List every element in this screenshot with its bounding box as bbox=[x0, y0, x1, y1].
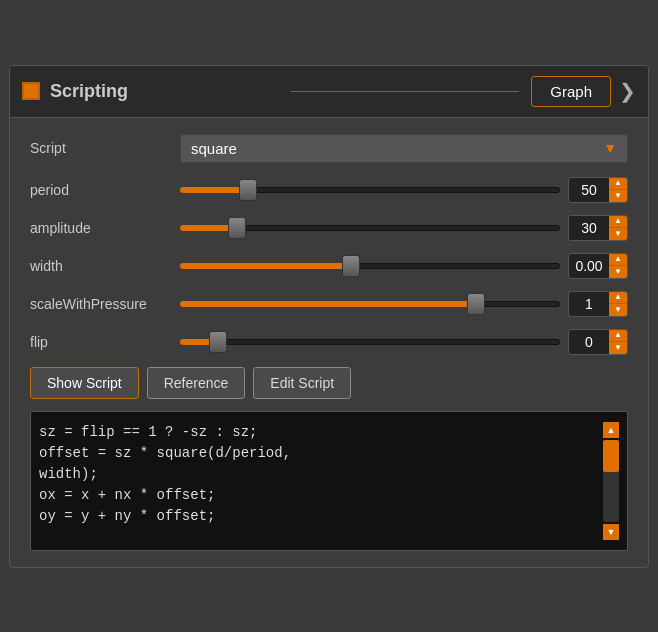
params-container: period50▲▼amplitude30▲▼width0.00▲▼scaleW… bbox=[30, 177, 628, 355]
spinner-arrows: ▲▼ bbox=[609, 178, 627, 202]
slider-thumb[interactable] bbox=[239, 179, 257, 201]
param-label-scaleWithPressure: scaleWithPressure bbox=[30, 296, 180, 312]
slider-period[interactable] bbox=[180, 178, 560, 202]
spinner-period: 50▲▼ bbox=[568, 177, 628, 203]
header-divider bbox=[291, 91, 520, 92]
spinner-down[interactable]: ▼ bbox=[609, 342, 627, 354]
spinner-arrows: ▲▼ bbox=[609, 254, 627, 278]
dropdown-arrow-icon: ▼ bbox=[603, 140, 617, 156]
slider-flip[interactable] bbox=[180, 330, 560, 354]
spinner-amplitude: 30▲▼ bbox=[568, 215, 628, 241]
param-label-flip: flip bbox=[30, 334, 180, 350]
slider-width[interactable] bbox=[180, 254, 560, 278]
spinner-up[interactable]: ▲ bbox=[609, 178, 627, 191]
spinner-arrows: ▲▼ bbox=[609, 330, 627, 354]
slider-track bbox=[180, 339, 560, 345]
script-dropdown-value: square bbox=[191, 140, 603, 157]
reference-button[interactable]: Reference bbox=[147, 367, 246, 399]
param-row-width: width0.00▲▼ bbox=[30, 253, 628, 279]
slider-thumb[interactable] bbox=[342, 255, 360, 277]
scripting-panel: Scripting Graph ❯ Script square ▼ period… bbox=[9, 65, 649, 568]
slider-amplitude[interactable] bbox=[180, 216, 560, 240]
scroll-track bbox=[603, 440, 619, 522]
scroll-thumb[interactable] bbox=[603, 440, 619, 473]
edit-script-button[interactable]: Edit Script bbox=[253, 367, 351, 399]
spinner-flip: 0▲▼ bbox=[568, 329, 628, 355]
script-label: Script bbox=[30, 140, 180, 156]
param-row-amplitude: amplitude30▲▼ bbox=[30, 215, 628, 241]
spinner-width: 0.00▲▼ bbox=[568, 253, 628, 279]
scroll-up-button[interactable]: ▲ bbox=[603, 422, 619, 438]
param-row-scaleWithPressure: scaleWithPressure1▲▼ bbox=[30, 291, 628, 317]
param-label-width: width bbox=[30, 258, 180, 274]
param-label-period: period bbox=[30, 182, 180, 198]
panel-header: Scripting Graph ❯ bbox=[10, 66, 648, 118]
spinner-value: 0.00 bbox=[569, 258, 609, 274]
script-row: Script square ▼ bbox=[30, 134, 628, 163]
slider-fill bbox=[180, 301, 476, 307]
spinner-up[interactable]: ▲ bbox=[609, 254, 627, 267]
spinner-up[interactable]: ▲ bbox=[609, 216, 627, 229]
scrollbar: ▲ ▼ bbox=[603, 422, 619, 540]
buttons-row: Show Script Reference Edit Script bbox=[30, 367, 628, 399]
spinner-arrows: ▲▼ bbox=[609, 292, 627, 316]
spinner-down[interactable]: ▼ bbox=[609, 304, 627, 316]
slider-thumb[interactable] bbox=[467, 293, 485, 315]
spinner-down[interactable]: ▼ bbox=[609, 190, 627, 202]
param-row-flip: flip0▲▼ bbox=[30, 329, 628, 355]
script-dropdown[interactable]: square ▼ bbox=[180, 134, 628, 163]
spinner-value: 1 bbox=[569, 296, 609, 312]
spinner-up[interactable]: ▲ bbox=[609, 330, 627, 343]
code-area: sz = flip == 1 ? -sz : sz; offset = sz *… bbox=[30, 411, 628, 551]
spinner-value: 30 bbox=[569, 220, 609, 236]
spinner-value: 0 bbox=[569, 334, 609, 350]
spinner-down[interactable]: ▼ bbox=[609, 228, 627, 240]
slider-scaleWithPressure[interactable] bbox=[180, 292, 560, 316]
spinner-scaleWithPressure: 1▲▼ bbox=[568, 291, 628, 317]
param-label-amplitude: amplitude bbox=[30, 220, 180, 236]
scroll-down-button[interactable]: ▼ bbox=[603, 524, 619, 540]
slider-thumb[interactable] bbox=[228, 217, 246, 239]
slider-fill bbox=[180, 263, 351, 269]
param-row-period: period50▲▼ bbox=[30, 177, 628, 203]
collapse-button[interactable]: ❯ bbox=[619, 79, 636, 103]
slider-thumb[interactable] bbox=[209, 331, 227, 353]
graph-button[interactable]: Graph bbox=[531, 76, 611, 107]
code-text: sz = flip == 1 ? -sz : sz; offset = sz *… bbox=[39, 422, 603, 540]
show-script-button[interactable]: Show Script bbox=[30, 367, 139, 399]
spinner-down[interactable]: ▼ bbox=[609, 266, 627, 278]
panel-icon bbox=[22, 82, 40, 100]
panel-title: Scripting bbox=[50, 81, 279, 102]
slider-fill bbox=[180, 187, 248, 193]
spinner-up[interactable]: ▲ bbox=[609, 292, 627, 305]
spinner-arrows: ▲▼ bbox=[609, 216, 627, 240]
panel-body: Script square ▼ period50▲▼amplitude30▲▼w… bbox=[10, 118, 648, 567]
spinner-value: 50 bbox=[569, 182, 609, 198]
